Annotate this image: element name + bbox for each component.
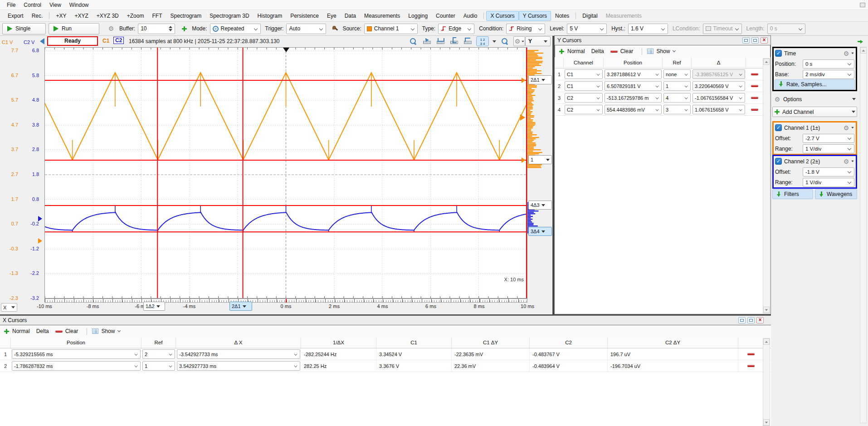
vertical-ruler-icon[interactable] — [449, 37, 459, 46]
trigger-position-marker[interactable] — [283, 48, 289, 52]
buffer-gear-icon[interactable] — [107, 25, 115, 32]
type-select[interactable]: Edge — [438, 24, 474, 34]
channel1-checkbox[interactable] — [775, 124, 782, 131]
tab-logging[interactable]: Logging — [404, 11, 432, 21]
y-panel-scrollbar[interactable] — [763, 58, 770, 313]
spin-up-icon[interactable] — [169, 26, 172, 28]
tab-notes[interactable]: Notes — [551, 11, 573, 21]
zoom-1-icon[interactable] — [408, 37, 418, 46]
tab-+xyz[interactable]: +XYZ — [70, 11, 92, 21]
channel-select[interactable]: C2 — [565, 105, 603, 114]
y-cursor-tag-4d3[interactable]: 4Δ3 — [528, 201, 552, 210]
menu-view[interactable]: View — [45, 1, 65, 9]
time-gear-icon[interactable] — [843, 50, 850, 57]
position-select[interactable]: -1.786287832 ms — [12, 361, 141, 371]
collapse-arrow-icon[interactable] — [858, 39, 863, 44]
ref-select[interactable]: none — [663, 69, 691, 79]
channel2-checkbox[interactable] — [775, 158, 782, 165]
channel-select[interactable]: C1 — [565, 81, 603, 91]
delta-button[interactable]: Delta — [591, 48, 604, 54]
ref-select[interactable]: 2 — [142, 349, 175, 359]
edge-ruler-icon[interactable] — [463, 37, 473, 46]
delta-button[interactable]: Delta — [36, 328, 49, 334]
filters-button[interactable]: Filters — [772, 189, 813, 199]
tab-eye[interactable]: Eye — [323, 11, 341, 21]
tab-spectrogram[interactable]: Spectrogram — [166, 11, 205, 21]
position-select[interactable]: 3.287188612 V — [605, 69, 662, 79]
single-button[interactable]: Single — [2, 23, 46, 34]
options-row[interactable]: Options — [772, 94, 857, 104]
tab-+zoom[interactable]: +Zoom — [123, 11, 148, 21]
channel2-gear-icon[interactable] — [843, 158, 850, 165]
remove-cursor-button[interactable] — [747, 353, 755, 355]
show-button[interactable]: Show — [656, 48, 670, 54]
x-axis-mode-select[interactable]: X — [1, 303, 17, 312]
buffer-spinner[interactable]: 10 — [138, 24, 175, 34]
close-button[interactable] — [756, 317, 764, 323]
tab-digital[interactable]: Digital — [578, 11, 601, 21]
menu-control[interactable]: Control — [20, 1, 45, 9]
zoom-fit-icon[interactable] — [500, 37, 510, 46]
remove-cursor-button[interactable] — [751, 97, 758, 99]
channel2-offset-select[interactable]: -1.8 V — [803, 167, 854, 176]
channel1-offset-select[interactable]: -2.7 V — [803, 134, 854, 143]
trigger-level-arrow-icon[interactable] — [520, 114, 525, 121]
delta-x-select[interactable]: 3.542927733 ms — [177, 361, 300, 371]
delta-select[interactable]: 1.067615658 V — [692, 105, 745, 114]
menu-window[interactable]: Window — [65, 1, 93, 9]
length-select[interactable]: 0 s — [767, 24, 805, 34]
y-cursors-titlebar[interactable]: Y Cursors — [554, 35, 771, 45]
remove-cursor-button[interactable] — [747, 365, 755, 367]
ref-select[interactable]: 4 — [663, 93, 691, 103]
rate-samples-button[interactable]: Rate, Samples... — [775, 79, 855, 89]
x-cursor-tag-1d2[interactable]: 1Δ2 — [143, 302, 165, 311]
tab-data[interactable]: Data — [341, 11, 360, 21]
x-cursor-tag-2d1[interactable]: 2Δ1 — [229, 302, 252, 311]
channel-select[interactable]: C1 — [565, 69, 603, 79]
back-chevron-icon[interactable] — [40, 38, 44, 44]
measure-cursor-icon[interactable] — [422, 37, 432, 46]
c2-zero-marker-icon[interactable] — [38, 216, 42, 221]
level-select[interactable]: 5 V — [567, 24, 607, 34]
maximize-button[interactable] — [751, 37, 759, 44]
y-axis-mode-select[interactable]: Y — [525, 36, 551, 46]
delta-x-select[interactable]: -3.542927733 ms — [177, 349, 300, 359]
hysteresis-select[interactable]: 1.6 V — [628, 24, 668, 34]
time-position-select[interactable]: 0 s — [803, 59, 854, 69]
run-button[interactable]: Run — [49, 23, 99, 34]
horizontal-ruler-icon[interactable] — [435, 37, 445, 46]
plot-options-button[interactable] — [513, 36, 525, 46]
tab-spectrogram-3d[interactable]: Spectrogram 3D — [205, 11, 253, 21]
waveform-plot[interactable]: X: 10 ms — [44, 47, 527, 299]
c1-zero-marker-icon[interactable] — [38, 238, 42, 244]
clear-button[interactable]: Clear — [65, 328, 78, 334]
position-select[interactable]: -513.167259786 m — [605, 93, 662, 103]
trigger-select[interactable]: Auto — [286, 24, 326, 34]
time-base-select[interactable]: 2 ms/div — [803, 70, 854, 79]
tab-audio[interactable]: Audio — [459, 11, 482, 21]
quad-view-button[interactable] — [476, 36, 489, 46]
time-checkbox[interactable] — [775, 50, 782, 57]
position-select[interactable]: 6.507829181 V — [605, 81, 662, 91]
show-button[interactable]: Show — [101, 328, 115, 334]
tab-export[interactable]: Export — [4, 11, 28, 21]
add-channel-button[interactable]: Add Channel — [772, 107, 857, 117]
tab-measurements[interactable]: Measurements — [360, 11, 404, 21]
tab-+xy[interactable]: +XY — [52, 11, 70, 21]
delta-select[interactable]: 3.220640569 V — [692, 81, 745, 91]
lcondition-select[interactable]: Timeout — [703, 24, 742, 34]
position-select[interactable]: 554.4483986 mV — [605, 105, 662, 114]
remove-cursor-button[interactable] — [751, 108, 758, 111]
condition-select[interactable]: Rising — [506, 24, 545, 34]
normal-button[interactable]: Normal — [12, 328, 30, 334]
ref-select[interactable]: 3 — [663, 105, 691, 114]
tab-counter[interactable]: Counter — [432, 11, 459, 21]
remove-cursor-button[interactable] — [751, 73, 758, 75]
spinner-buttons[interactable] — [169, 26, 172, 31]
channel1-tag[interactable]: C1 — [102, 38, 109, 44]
ref-select[interactable]: 1 — [663, 81, 691, 91]
x-cursors-titlebar[interactable]: X Cursors — [0, 315, 771, 325]
menu-file[interactable]: File — [3, 1, 20, 9]
channel2-range-select[interactable]: 1 V/div — [803, 178, 854, 187]
channel2-tag[interactable]: C2 — [113, 37, 124, 44]
